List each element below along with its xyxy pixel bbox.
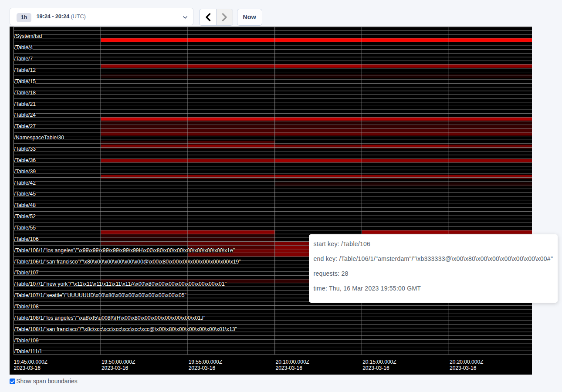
svg-text:20:10:00.000Z: 20:10:00.000Z	[276, 359, 309, 365]
svg-text:20:20:00.000Z: 20:20:00.000Z	[450, 359, 483, 365]
svg-text:2023-03-16: 2023-03-16	[362, 365, 389, 371]
svg-text:/Table/106/1/"los angeles"/"\x: /Table/106/1/"los angeles"/"\x99\x99\x99…	[14, 247, 235, 253]
svg-text:/Table/45: /Table/45	[14, 191, 36, 197]
svg-text:/Table/7: /Table/7	[14, 56, 33, 62]
svg-text:/Table/55: /Table/55	[14, 225, 36, 231]
svg-text:2023-03-16: 2023-03-16	[14, 365, 41, 371]
svg-text:/Table/15: /Table/15	[14, 78, 36, 84]
svg-text:/Table/36: /Table/36	[14, 157, 36, 163]
svg-text:/Table/21: /Table/21	[14, 101, 36, 107]
svg-text:/Table/107: /Table/107	[14, 270, 39, 276]
svg-text:2023-03-16: 2023-03-16	[189, 365, 216, 371]
svg-text:/Table/12: /Table/12	[14, 67, 36, 73]
svg-text:/Table/111/1: /Table/111/1	[14, 348, 43, 355]
svg-text:2023-03-16: 2023-03-16	[102, 365, 129, 371]
svg-text:/Table/33: /Table/33	[14, 146, 36, 152]
svg-text:/Table/108/1/"san francisco"/": /Table/108/1/"san francisco"/"\x8c\xcc\x…	[14, 326, 237, 332]
svg-text:/Table/24: /Table/24	[14, 112, 36, 118]
svg-text:/Table/109: /Table/109	[14, 338, 39, 344]
svg-text:20:15:00.000Z: 20:15:00.000Z	[362, 359, 396, 365]
svg-text:/Table/108: /Table/108	[14, 304, 39, 310]
svg-text:/Table/107/1/"seattle"/"UUUUUU: /Table/107/1/"seattle"/"UUUUUUD\x00\x80\…	[14, 292, 186, 298]
svg-text:19:55:00.000Z: 19:55:00.000Z	[189, 359, 222, 365]
svg-text:/Table/107/1/"new york"/"\x11\: /Table/107/1/"new york"/"\x11\x11\x11\x1…	[14, 281, 227, 287]
svg-text:/Table/48: /Table/48	[14, 202, 36, 208]
svg-text:19:45:00.000Z: 19:45:00.000Z	[14, 359, 47, 365]
svg-text:/Table/106/1/"san francisco"/": /Table/106/1/"san francisco"/"\x80\x00\x…	[14, 259, 241, 265]
svg-text:/Table/106: /Table/106	[14, 236, 39, 242]
svg-text:/Table/108/1/"los angeles"/"\x: /Table/108/1/"los angeles"/"\xa8\xf5\u00…	[14, 315, 206, 321]
svg-text:/Table/4: /Table/4	[14, 44, 33, 51]
svg-text:/NamespaceTable/30: /NamespaceTable/30	[14, 135, 64, 141]
svg-text:19:50:00.000Z: 19:50:00.000Z	[102, 359, 135, 365]
svg-text:/Table/39: /Table/39	[14, 169, 36, 175]
svg-text:/Table/42: /Table/42	[14, 180, 36, 186]
svg-text:/System/tsd: /System/tsd	[14, 33, 42, 39]
svg-text:2023-03-16: 2023-03-16	[450, 365, 477, 371]
svg-text:/Table/18: /Table/18	[14, 90, 36, 96]
svg-text:2023-03-16: 2023-03-16	[276, 365, 303, 371]
svg-text:/Table/52: /Table/52	[14, 213, 36, 220]
svg-text:/Table/27: /Table/27	[14, 123, 36, 129]
